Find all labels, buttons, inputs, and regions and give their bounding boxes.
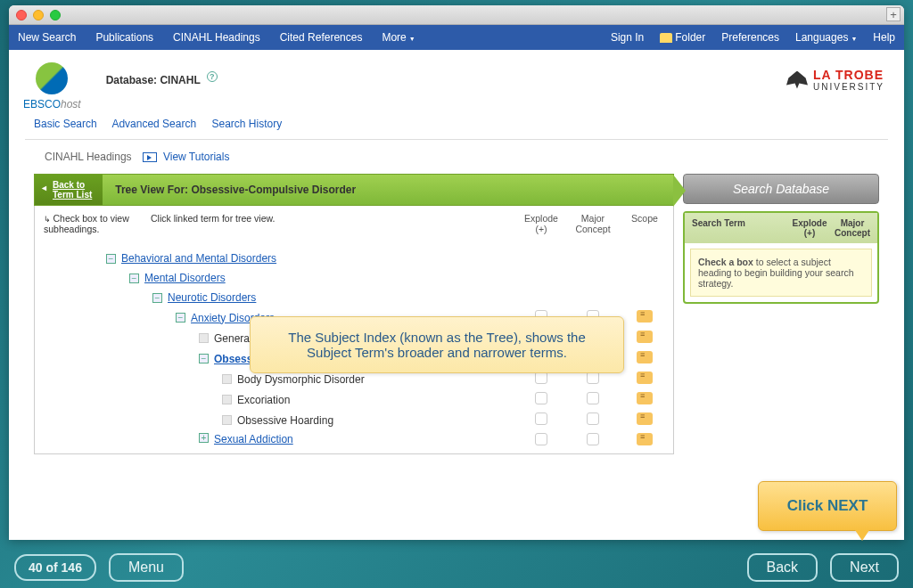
minimize-icon[interactable] [33,10,44,20]
tree-row: −Neurotic Disorders [44,288,673,307]
search-links: Basic Search Advanced Search Search Hist… [9,118,904,139]
nav-new-search[interactable]: New Search [18,31,76,44]
ebsco-text: EBSCOhost [23,98,81,110]
col-explode: Explode (+) [522,213,561,234]
nav-languages[interactable]: Languages▼ [795,31,857,44]
latrobe-logo: LA TROBE UNIVERSITY [786,68,884,92]
collapse-icon[interactable]: − [152,293,162,303]
link-basic-search[interactable]: Basic Search [34,118,97,130]
latrobe-sub: UNIVERSITY [813,82,884,92]
rh-explode: Explode (+) [788,218,831,238]
tree-row: +Sexual Addiction [44,430,673,450]
collapse-icon[interactable]: − [129,274,139,283]
major-concept-checkbox[interactable] [587,392,599,404]
nav-publications[interactable]: Publications [95,31,153,44]
major-concept-checkbox[interactable] [587,433,599,445]
nav-folder[interactable]: Folder [660,31,705,44]
col-major: Major Concept [573,213,613,234]
instruction-link: Click linked term for tree view. [151,213,522,234]
scope-note-icon[interactable] [637,433,653,445]
scope-note-icon[interactable] [637,392,653,404]
folder-icon [660,33,672,43]
right-header: Search Term Explode (+) Major Concept [685,213,877,243]
main-content: Back to Term List Tree View For: Obsessi… [9,174,904,454]
explode-checkbox[interactable] [535,392,547,404]
collapse-icon[interactable]: − [106,254,116,264]
tree-term-label[interactable]: Behavioral and Mental Disorders [121,252,276,265]
back-button[interactable]: Back [747,553,818,582]
top-nav: New Search Publications CINAHL Headings … [9,25,904,50]
row-columns [522,392,673,407]
scope-note-icon[interactable] [637,372,653,384]
back-to-term-list-button[interactable]: Back to Term List [35,175,103,205]
traffic-lights [16,10,61,20]
row-columns [522,433,673,448]
page-indicator: 40 of 146 [14,554,96,581]
titlebar: + [9,5,904,25]
term-checkbox[interactable] [222,415,232,425]
click-next-callout: Click NEXT [758,481,897,531]
help-icon[interactable]: ? [207,71,218,82]
menu-button[interactable]: Menu [109,553,184,582]
term-checkbox[interactable] [222,395,232,404]
tree-view-title: Tree View For: Obsessive-Compulsive Diso… [115,184,356,196]
row-columns [522,412,673,428]
major-concept-checkbox[interactable] [587,412,599,425]
top-nav-right: Sign In Folder Preferences Languages▼ He… [611,31,895,44]
nav-help[interactable]: Help [873,31,895,44]
link-view-tutorials[interactable]: View Tutorials [143,151,230,163]
tip-box: Check a box to select a subject heading … [690,249,872,297]
bottom-bar: 40 of 146 Menu Back Next [0,547,913,588]
explode-checkbox[interactable] [535,372,547,384]
instructions-row: ↳ Check box to view subheadings. Click l… [34,206,674,241]
chevron-down-icon: ▼ [409,36,415,42]
tree-row: −Behavioral and Mental Disorders [44,249,673,268]
scope-note-icon[interactable] [637,351,653,363]
explode-checkbox[interactable] [535,433,547,445]
next-button[interactable]: Next [830,553,899,582]
tree-term-label: Body Dysmorphic Disorder [237,373,365,386]
tree-term-label: Obsessive Hoarding [237,414,333,427]
browser-window: + New Search Publications CINAHL Heading… [9,5,904,540]
collapse-icon[interactable]: − [199,354,209,363]
new-tab-button[interactable]: + [886,7,901,21]
major-concept-checkbox[interactable] [587,372,599,384]
link-advanced-search[interactable]: Advanced Search [111,118,196,130]
scope-note-icon[interactable] [637,331,653,343]
link-search-history[interactable]: Search History [211,118,282,130]
expand-icon[interactable]: + [199,433,209,443]
scope-note-icon[interactable] [637,412,653,425]
sub-bar: CINAHL Headings View Tutorials [9,140,904,174]
ebsco-logo[interactable]: EBSCOhost [23,62,81,110]
tree-row: −Mental Disorders [44,268,673,288]
tree-term-label[interactable]: Neurotic Disorders [168,291,256,304]
column-headers: Explode (+) Major Concept Scope [522,213,664,234]
maximize-icon[interactable] [50,10,61,20]
header-area: EBSCOhost Database: CINAHL ? LA TROBE UN… [9,50,904,118]
rh-major: Major Concept [831,218,874,238]
term-checkbox[interactable] [199,333,209,343]
term-checkbox[interactable] [222,374,232,384]
search-term-box: Search Term Explode (+) Major Concept Ch… [683,211,879,304]
nav-cinahl-headings[interactable]: CINAHL Headings [173,31,260,44]
nav-preferences[interactable]: Preferences [721,31,779,44]
nav-more[interactable]: More▼ [382,31,415,44]
subbar-headings: CINAHL Headings [45,151,132,163]
ebsco-circle-icon [36,62,68,94]
tree-term-label[interactable]: Sexual Addiction [214,433,293,445]
nav-signin[interactable]: Sign In [611,31,644,44]
eagle-icon [786,71,808,89]
search-database-button[interactable]: Search Database [683,174,879,204]
instruction-checkbox: ↳ Check box to view subheadings. [44,213,151,234]
explode-checkbox[interactable] [535,412,547,425]
video-icon [143,152,157,162]
chevron-down-icon: ▼ [851,36,857,42]
collapse-icon[interactable]: − [176,313,185,323]
rh-term: Search Term [688,218,788,238]
close-icon[interactable] [16,10,27,20]
right-pane: Search Database Search Term Explode (+) … [683,174,879,454]
tree-term-label[interactable]: Mental Disorders [144,272,226,284]
scope-note-icon[interactable] [637,310,653,323]
nav-cited-references[interactable]: Cited References [280,31,363,44]
latrobe-name: LA TROBE [813,68,884,82]
